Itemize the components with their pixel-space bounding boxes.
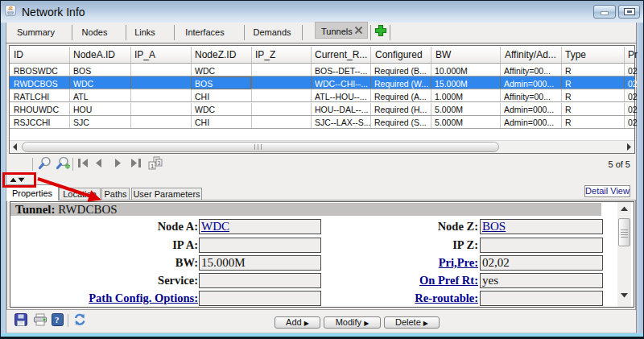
svg-text:?: ? [55,315,60,325]
